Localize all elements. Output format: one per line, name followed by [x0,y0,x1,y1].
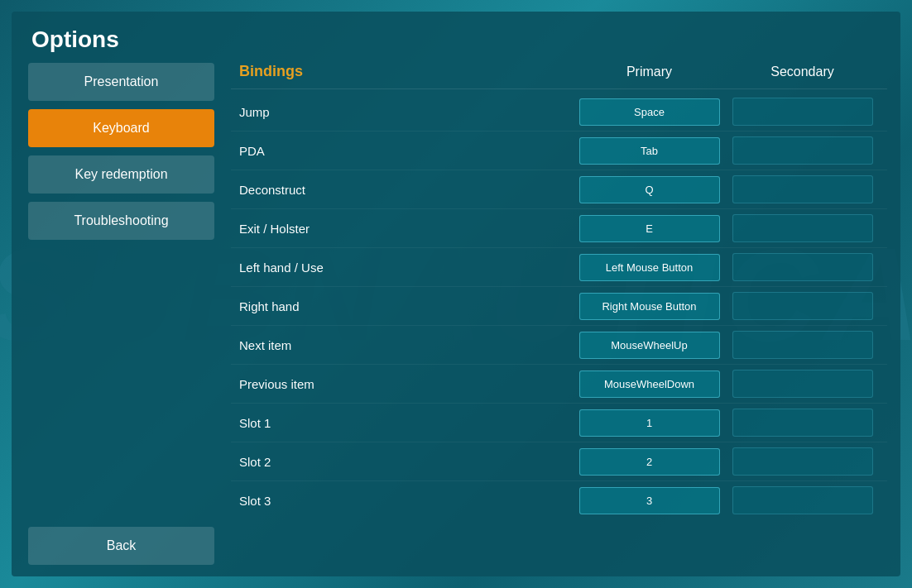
primary-key-button[interactable]: Right Mouse Button [579,293,720,320]
binding-primary-cell: MouseWheelUp [573,332,726,359]
binding-row: PDATab [231,131,887,170]
content-area: Bindings Primary Secondary JumpSpacePDAT… [231,63,900,515]
primary-key-button[interactable]: MouseWheelUp [579,332,720,359]
sidebar: PresentationKeyboardKey redemptionTroubl… [12,63,231,515]
binding-name: Right hand [239,299,573,313]
primary-key-button[interactable]: 3 [579,487,720,514]
binding-row: Previous itemMouseWheelDown [231,365,887,404]
binding-row: JumpSpace [231,93,887,131]
binding-secondary-cell [726,486,879,514]
binding-secondary-cell [726,409,879,437]
secondary-key-button[interactable] [732,370,873,398]
binding-primary-cell: E [573,215,726,242]
sidebar-btn-presentation[interactable]: Presentation [28,63,214,101]
secondary-key-button[interactable] [732,292,873,320]
binding-secondary-cell [726,136,879,165]
binding-primary-cell: 2 [573,448,726,476]
back-button[interactable]: Back [28,527,214,565]
binding-secondary-cell [726,98,879,126]
primary-key-button[interactable]: MouseWheelDown [579,370,720,398]
primary-key-button[interactable]: Q [579,176,720,203]
binding-primary-cell: 1 [573,409,726,437]
bindings-header: Bindings Primary Secondary [231,63,887,89]
binding-secondary-cell [726,253,879,281]
primary-key-button[interactable]: Tab [579,137,720,165]
binding-row: DeconstructQ [231,170,887,209]
binding-row: Next itemMouseWheelUp [231,326,887,365]
secondary-key-button[interactable] [732,447,873,476]
modal-title: Options [12,12,900,63]
primary-key-button[interactable]: E [579,215,720,242]
secondary-key-button[interactable] [732,331,873,359]
bindings-title: Bindings [239,63,573,80]
binding-secondary-cell [726,331,879,359]
secondary-key-button[interactable] [732,253,873,281]
binding-name: Left hand / Use [239,261,573,275]
binding-primary-cell: Tab [573,137,726,165]
col-secondary-header: Secondary [726,65,879,79]
sidebar-btn-keyboard[interactable]: Keyboard [28,109,214,147]
binding-primary-cell: Space [573,98,726,126]
binding-row: Slot 22 [231,442,887,481]
options-modal: Options PresentationKeyboardKey redempti… [12,12,900,576]
binding-primary-cell: MouseWheelDown [573,370,726,398]
binding-name: Jump [239,105,573,119]
binding-name: Slot 2 [239,455,573,469]
primary-key-button[interactable]: Space [579,98,720,126]
secondary-key-button[interactable] [732,214,873,242]
binding-name: PDA [239,144,573,158]
primary-key-button[interactable]: Left Mouse Button [579,254,720,281]
binding-name: Exit / Holster [239,222,573,236]
modal-footer: Back [12,515,900,576]
binding-secondary-cell [726,292,879,320]
secondary-key-button[interactable] [732,175,873,203]
bindings-list: JumpSpacePDATabDeconstructQExit / Holste… [231,89,887,515]
binding-name: Deconstruct [239,183,573,197]
binding-primary-cell: Right Mouse Button [573,293,726,320]
secondary-key-button[interactable] [732,136,873,165]
binding-primary-cell: 3 [573,487,726,514]
binding-name: Slot 3 [239,494,573,508]
binding-name: Previous item [239,377,573,391]
binding-secondary-cell [726,370,879,398]
binding-primary-cell: Left Mouse Button [573,254,726,281]
secondary-key-button[interactable] [732,98,873,126]
binding-row: Right handRight Mouse Button [231,287,887,326]
binding-name: Next item [239,338,573,352]
secondary-key-button[interactable] [732,486,873,514]
primary-key-button[interactable]: 1 [579,409,720,437]
binding-primary-cell: Q [573,176,726,203]
col-primary-header: Primary [573,65,726,79]
sidebar-btn-key-redemption[interactable]: Key redemption [28,155,214,194]
primary-key-button[interactable]: 2 [579,448,720,476]
binding-secondary-cell [726,175,879,203]
binding-row: Exit / HolsterE [231,209,887,248]
binding-name: Slot 1 [239,416,573,430]
binding-row: Slot 11 [231,404,887,442]
binding-secondary-cell [726,447,879,476]
binding-row: Slot 33 [231,481,887,515]
binding-secondary-cell [726,214,879,242]
secondary-key-button[interactable] [732,409,873,437]
modal-body: PresentationKeyboardKey redemptionTroubl… [12,63,900,515]
binding-row: Left hand / UseLeft Mouse Button [231,248,887,287]
sidebar-btn-troubleshooting[interactable]: Troubleshooting [28,202,214,240]
